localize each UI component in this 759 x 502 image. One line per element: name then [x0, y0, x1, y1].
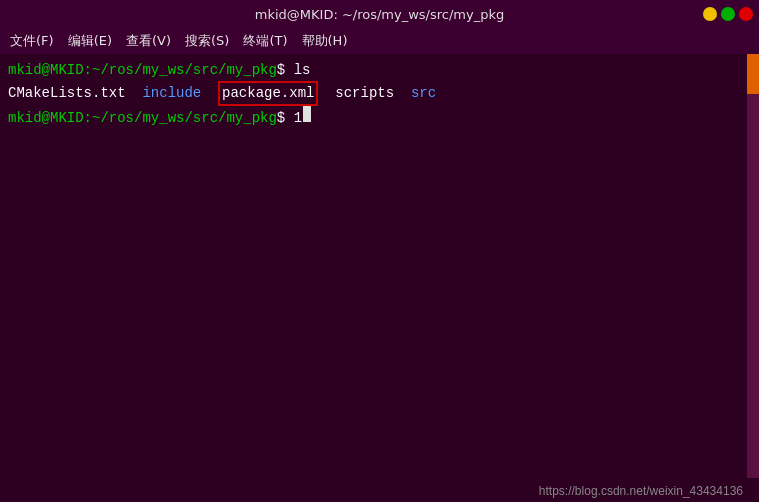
scrollbar[interactable] [747, 54, 759, 478]
prompt-1: mkid@MKID:~/ros/my_ws/src/my_pkg [8, 60, 277, 81]
file-scripts: scripts [318, 83, 410, 104]
window-title: mkid@MKID: ~/ros/my_ws/src/my_pkg [255, 7, 504, 22]
window-controls[interactable] [703, 7, 753, 21]
menu-view[interactable]: 查看(V) [120, 30, 177, 52]
cmd-2: $ 1 [277, 108, 302, 129]
close-button[interactable] [739, 7, 753, 21]
file-packagexml: package.xml [218, 81, 318, 106]
terminal-line-2: CMakeLists.txt include package.xml scrip… [8, 81, 751, 106]
terminal-cursor [303, 106, 311, 122]
scrollbar-thumb[interactable] [747, 54, 759, 94]
menu-file[interactable]: 文件(F) [4, 30, 60, 52]
file-include: include [142, 83, 218, 104]
terminal-area[interactable]: mkid@MKID:~/ros/my_ws/src/my_pkg $ ls CM… [0, 54, 759, 478]
terminal-line-3: mkid@MKID:~/ros/my_ws/src/my_pkg $ 1 [8, 106, 751, 129]
menu-bar: 文件(F) 编辑(E) 查看(V) 搜索(S) 终端(T) 帮助(H) [0, 28, 759, 54]
menu-search[interactable]: 搜索(S) [179, 30, 235, 52]
maximize-button[interactable] [721, 7, 735, 21]
footer-watermark: https://blog.csdn.net/weixin_43434136 [539, 484, 743, 498]
minimize-button[interactable] [703, 7, 717, 21]
menu-edit[interactable]: 编辑(E) [62, 30, 118, 52]
menu-terminal[interactable]: 终端(T) [237, 30, 293, 52]
title-bar: mkid@MKID: ~/ros/my_ws/src/my_pkg [0, 0, 759, 28]
menu-help[interactable]: 帮助(H) [296, 30, 354, 52]
file-cmakelists: CMakeLists.txt [8, 83, 142, 104]
prompt-2: mkid@MKID:~/ros/my_ws/src/my_pkg [8, 108, 277, 129]
terminal-line-1: mkid@MKID:~/ros/my_ws/src/my_pkg $ ls [8, 60, 751, 81]
cmd-1: $ ls [277, 60, 311, 81]
file-src: src [411, 83, 436, 104]
